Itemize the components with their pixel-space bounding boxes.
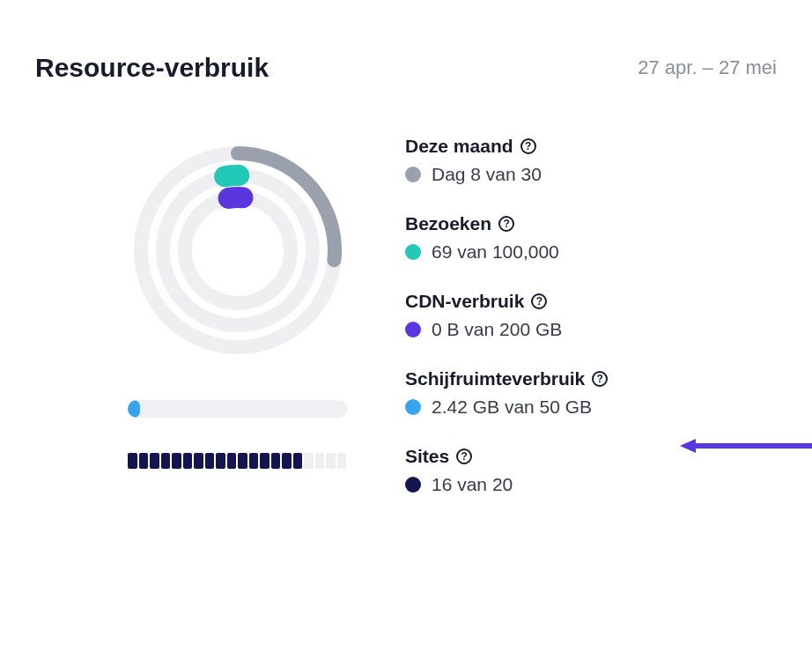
- legend-cdn-label: CDN-verbruik: [405, 291, 524, 312]
- dot-icon: [405, 167, 421, 182]
- legend-disk: Schijfruimteverbruik ? 2.42 GB van 50 GB: [405, 368, 777, 418]
- dot-icon: [405, 244, 421, 260]
- help-icon[interactable]: ?: [520, 138, 536, 154]
- page-title: Resource-verbruik: [35, 53, 269, 83]
- disk-bar-fill: [128, 400, 140, 418]
- segment: [315, 453, 325, 469]
- header: Resource-verbruik 27 apr. – 27 mei: [35, 53, 777, 83]
- legend-cdn: CDN-verbruik ? 0 B van 200 GB: [405, 291, 777, 340]
- help-icon[interactable]: ?: [456, 449, 472, 464]
- segment: [260, 453, 269, 469]
- legend-sites-label: Sites: [405, 446, 449, 467]
- content: Deze maand ? Dag 8 van 30 Bezoeken ? 69 …: [35, 136, 777, 495]
- help-icon[interactable]: ?: [531, 293, 547, 309]
- segment: [326, 453, 336, 469]
- help-icon[interactable]: ?: [592, 371, 608, 387]
- legend-disk-value: 2.42 GB van 50 GB: [432, 397, 592, 418]
- legend-month: Deze maand ? Dag 8 van 30: [405, 136, 777, 185]
- segment: [304, 453, 314, 469]
- segment: [249, 453, 259, 469]
- segment: [205, 453, 215, 469]
- dot-icon: [405, 322, 421, 337]
- segment: [271, 453, 281, 469]
- disk-bar: [128, 400, 348, 418]
- legend-month-value: Dag 8 van 30: [432, 164, 542, 185]
- legend-visits-label: Bezoeken: [405, 213, 491, 234]
- help-icon[interactable]: ?: [498, 216, 514, 232]
- segment: [139, 453, 149, 469]
- dot-icon: [405, 477, 421, 493]
- legend-cdn-value: 0 B van 200 GB: [432, 319, 562, 340]
- chart-column: [123, 136, 352, 495]
- radial-chart: [123, 136, 352, 365]
- legend-visits-value: 69 van 100,000: [432, 241, 559, 263]
- legend-visits: Bezoeken ? 69 van 100,000: [405, 213, 777, 263]
- segment: [194, 453, 203, 469]
- segment: [161, 453, 171, 469]
- svg-point-5: [176, 189, 299, 311]
- annotation-arrow-icon: [680, 437, 812, 455]
- segment: [227, 453, 237, 469]
- legend-disk-label: Schijfruimteverbruik: [405, 368, 585, 389]
- segment: [238, 453, 247, 469]
- sites-segments: [128, 453, 348, 469]
- segment: [282, 453, 292, 469]
- segment: [216, 453, 225, 469]
- segment: [150, 453, 159, 469]
- segment: [293, 453, 303, 469]
- segment: [172, 453, 181, 469]
- svg-marker-7: [680, 439, 696, 453]
- segment: [183, 453, 193, 469]
- legend-sites-value: 16 van 20: [432, 474, 513, 495]
- date-range: 27 apr. – 27 mei: [638, 56, 777, 79]
- svg-point-2: [185, 197, 291, 303]
- segment: [128, 453, 137, 469]
- segment: [337, 453, 347, 469]
- legend-month-label: Deze maand: [405, 136, 513, 157]
- dot-icon: [405, 399, 421, 415]
